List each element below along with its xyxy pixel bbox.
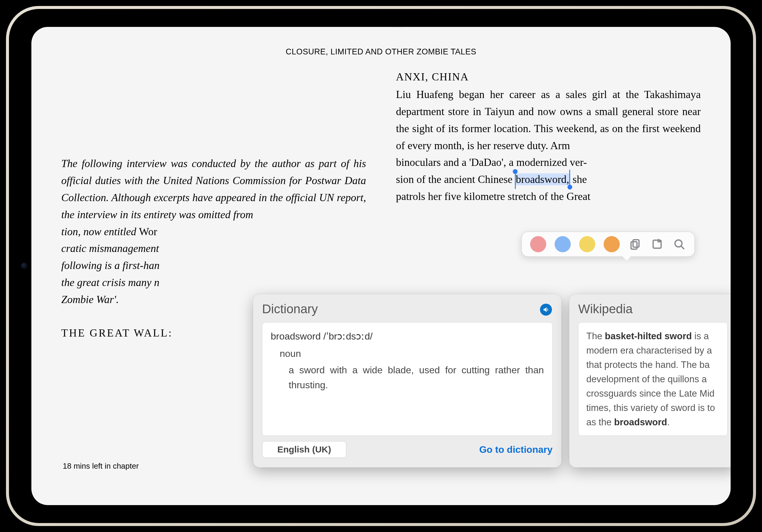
selection-toolbar (521, 232, 695, 257)
svg-point-3 (675, 240, 682, 247)
device-frame: CLOSURE, LIMITED AND OTHER ZOMBIE TALES … (6, 6, 756, 526)
svg-rect-0 (633, 240, 639, 247)
highlight-pink-button[interactable] (530, 236, 546, 252)
toolbar-pointer (622, 256, 632, 261)
copy-button[interactable] (628, 237, 642, 251)
wikipedia-box[interactable]: The basket-hilted sword is a modern era … (578, 322, 727, 436)
intro-paragraph: The following interview was conducted by… (61, 155, 366, 308)
text-selection[interactable]: broadsword, (515, 173, 570, 185)
wikipedia-title: Wikipedia (578, 302, 727, 316)
pronounce-button[interactable] (540, 304, 552, 316)
wikipedia-panel: Wikipedia The basket-hilted sword is a m… (569, 294, 730, 467)
selection-start-bar[interactable] (515, 172, 516, 189)
definition-box[interactable]: broadsword /ˈbrɔːdsɔːd/ noun a sword wit… (262, 322, 553, 436)
go-to-dictionary-link[interactable]: Go to dictionary (479, 444, 553, 455)
note-icon (651, 238, 663, 250)
front-camera (21, 263, 28, 269)
search-button[interactable] (672, 237, 686, 251)
highlight-yellow-button[interactable] (579, 236, 595, 252)
search-icon (673, 238, 685, 250)
screen: CLOSURE, LIMITED AND OTHER ZOMBIE TALES … (32, 27, 730, 505)
definition-text: a sword with a wide blade, used for cutt… (289, 363, 544, 392)
note-button[interactable] (650, 237, 664, 251)
svg-line-4 (681, 246, 684, 249)
language-select-button[interactable]: English (UK) (262, 441, 346, 458)
dictionary-title: Dictionary (262, 302, 553, 316)
book-title: CLOSURE, LIMITED AND OTHER ZOMBIE TALES (32, 27, 730, 68)
device-bezel: CLOSURE, LIMITED AND OTHER ZOMBIE TALES … (9, 9, 753, 523)
svg-rect-1 (631, 242, 637, 249)
copy-icon (629, 238, 641, 250)
dictionary-footer: English (UK) Go to dictionary (262, 441, 553, 458)
part-of-speech: noun (280, 346, 544, 361)
dictionary-panel: Dictionary broadsword /ˈbrɔːdsɔːd/ noun … (253, 294, 562, 467)
dictionary-pointer (393, 27, 403, 28)
highlight-orange-button[interactable] (604, 236, 620, 252)
speaker-icon (542, 306, 550, 313)
reading-time-label: 18 mins left in chapter (63, 461, 139, 471)
body-paragraph: Liu Huafeng began her career as a sales … (396, 86, 701, 205)
headword: broadsword /ˈbrɔːdsɔːd/ (271, 329, 544, 344)
selection-end-handle[interactable] (568, 185, 572, 190)
location-heading: ANXI, CHINA (396, 68, 701, 86)
highlight-blue-button[interactable] (555, 236, 571, 252)
